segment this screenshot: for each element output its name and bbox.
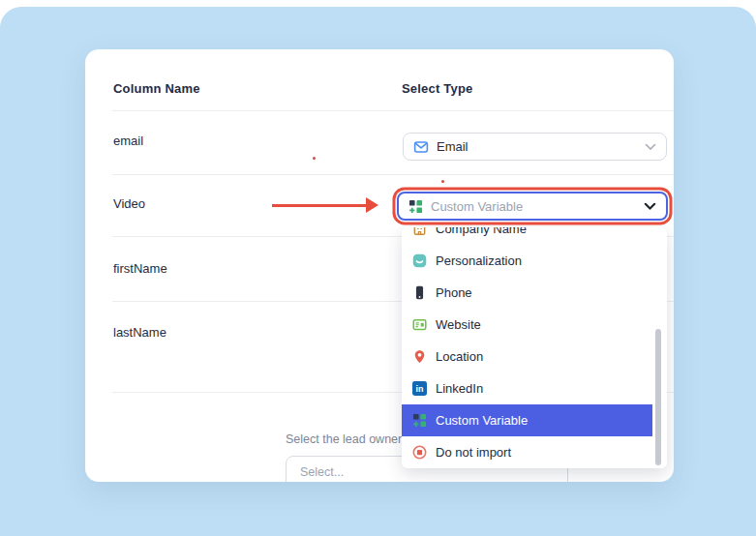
dropdown-item-company-name[interactable]: Company Name: [402, 227, 652, 245]
chevron-down-icon: [645, 143, 656, 151]
email-select-value: Email: [437, 139, 469, 154]
dropdown-item-personalization[interactable]: Personalization: [402, 245, 652, 277]
video-type-select[interactable]: Custom Variable: [397, 192, 668, 221]
dropdown-item-do-not-import[interactable]: Do not import: [402, 436, 652, 468]
linkedin-icon: in: [411, 381, 427, 397]
dropdown-item-website[interactable]: Website: [402, 309, 652, 341]
video-select-value: Custom Variable: [431, 199, 523, 214]
column-label-lastname: lastName: [113, 325, 166, 340]
location-pin-icon: [411, 349, 427, 365]
divider: [112, 110, 674, 111]
red-dot-artifact: [313, 157, 316, 160]
screenshot-stage: Column Name Select Type email Email Vide…: [0, 0, 756, 536]
email-type-select[interactable]: Email: [403, 133, 667, 161]
import-mapping-card: Column Name Select Type email Email Vide…: [85, 49, 674, 482]
column-label-firstname: firstName: [113, 261, 167, 276]
annotation-arrow-head: [366, 197, 378, 213]
personalization-icon: [411, 253, 427, 269]
dropdown-item-location[interactable]: Location: [402, 341, 652, 372]
do-not-import-icon: [411, 445, 427, 461]
column-label-video: Video: [113, 196, 145, 211]
column-label-email: email: [113, 134, 143, 148]
building-icon: [411, 227, 427, 237]
annotation-arrow: [272, 204, 366, 207]
dropdown-item-phone[interactable]: Phone: [402, 277, 652, 309]
lead-owner-label: Select the lead owner: [286, 432, 402, 446]
dropdown-item-linkedin[interactable]: in LinkedIn: [402, 372, 652, 404]
column-name-header: Column Name: [113, 81, 200, 96]
select-type-header: Select Type: [402, 81, 473, 96]
grid-plus-icon: [411, 413, 427, 429]
svg-text:in: in: [415, 384, 423, 394]
type-dropdown-menu: Company Name Personalization Phone Websi…: [402, 227, 667, 468]
red-dot-artifact: [441, 180, 444, 183]
grid-plus-icon: [408, 199, 423, 214]
dropdown-list: Company Name Personalization Phone Websi…: [402, 227, 667, 468]
website-icon: [411, 317, 427, 333]
divider: [112, 174, 674, 175]
chevron-down-icon: [644, 202, 656, 211]
dropdown-item-custom-variable[interactable]: Custom Variable: [402, 404, 652, 436]
phone-icon: [411, 285, 427, 301]
dropdown-scrollbar[interactable]: [655, 329, 661, 465]
envelope-icon: [413, 139, 429, 155]
